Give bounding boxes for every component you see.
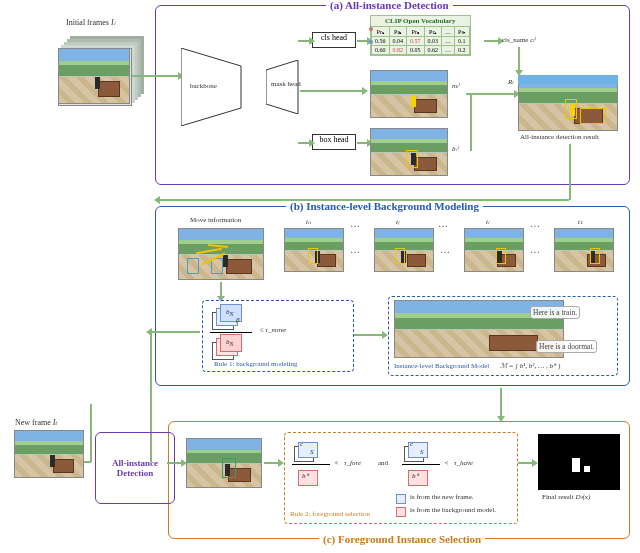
legend-box-bg [396, 507, 406, 517]
c-tau-fore: τ_fore [344, 459, 361, 467]
c-fracline-2 [402, 464, 440, 465]
arrow-rule2-to-final [518, 462, 534, 464]
arrow-aid-to-c [167, 462, 183, 464]
c-lt-2: < [444, 459, 449, 467]
figure-root: (a) All-instance Detection (b) Instance-… [0, 0, 640, 553]
vline-box-to-result-mid [470, 94, 472, 151]
b-dots-3: … [438, 218, 450, 229]
b-frame6-bbox [590, 248, 600, 264]
rule1-fracline [210, 332, 252, 333]
result-header-strip [518, 75, 618, 84]
bg-caption-doormat: Here is a doormat. [536, 340, 597, 353]
mask-output-thumb [370, 70, 448, 118]
arrow-b-down [220, 282, 222, 298]
box-output-bbox [406, 150, 418, 168]
frame-stack-front [58, 48, 130, 104]
panel-c-title: (c) Foreground Instance Selection [319, 533, 485, 545]
cls-head-block: cls head [312, 32, 356, 48]
clip-open-vocab: CLIP Open Vocabulary Pr₁Pr₂Pr₃ Pr₄…Prₙ 0… [370, 15, 471, 56]
b-frame0-bbox [308, 248, 318, 264]
arrow-b-to-left [150, 331, 200, 333]
mask-head-label: mask head [271, 80, 301, 88]
arrow-maskhead-to-maskimg [300, 90, 364, 92]
result-bbox-person [565, 99, 577, 119]
c-cube-bot1: bᵃ [294, 468, 324, 490]
bg-model-header: Instance-level Background Model [394, 362, 489, 370]
b-frame-label-0: tₙ [306, 218, 311, 226]
result-sym: Rᵢ [508, 78, 513, 86]
b-frame4-bbox [496, 248, 506, 264]
arrow-box-to-boximg [357, 142, 369, 144]
tau-move: ≤ τ_move [260, 326, 286, 334]
c-cube-top1: c S [294, 440, 324, 462]
b-dots-1: … [350, 218, 362, 229]
b-frame-label-4: tᵢ [486, 218, 489, 226]
mask-sym: mᵢˡ [452, 82, 459, 90]
final-blob-1 [572, 458, 580, 472]
final-caption: Final result Dₜ(x) [542, 493, 590, 501]
vline-a-to-b [569, 144, 571, 200]
b-frame-label-2: tⱼ [396, 218, 399, 226]
c-green-bbox [222, 458, 236, 478]
bg-caption-train: Here is a train. [530, 306, 580, 319]
vline-b-to-c-spur [90, 404, 92, 462]
result-bbox-mat [580, 108, 606, 124]
arrow-rule1-to-model [354, 334, 384, 336]
b-frame-thumb-4 [464, 228, 524, 272]
rule-1-caption: Rule 1: background modeling [214, 360, 297, 368]
c-and: and [378, 459, 388, 467]
all-instance-result-caption: All-instance detection result [520, 133, 599, 141]
final-blob-2 [584, 466, 590, 472]
b-dots-thumb-1: … [350, 244, 362, 255]
arrow-maskhead-to-box [298, 142, 311, 144]
b-frame-thumb-6 [554, 228, 614, 272]
box-head-block: box head [312, 134, 356, 150]
b-dots-thumb-3: … [440, 244, 452, 255]
c-fracline-1 [292, 464, 330, 465]
arrow-a-to-b [158, 199, 569, 201]
arrow-cls-to-clip [357, 40, 369, 42]
rule-2-caption: Rule 2: foreground selection [290, 510, 370, 518]
arrow-frames-to-backbone [132, 75, 180, 77]
move-info-label: Move information [190, 216, 241, 224]
new-frame-label: New frame Iₜ [15, 418, 57, 427]
arrow-cthumb-to-rule2 [264, 462, 280, 464]
cls-name-label: cls_name cᵢˡ [502, 36, 535, 44]
b-frame2-bbox [395, 248, 405, 264]
box-sym: bᵢˡ [452, 145, 458, 153]
panel-b-title: (b) Instance-level Background Modeling [286, 200, 483, 212]
legend-text-new: is from the new frame. [410, 493, 474, 501]
b-frame-label-6: t₁ [578, 218, 583, 226]
panel-a-title: (a) All-instance Detection [326, 0, 453, 11]
c-cube-bot2: bᵃ [404, 468, 434, 490]
legend-box-new [396, 494, 406, 504]
rule1-cube-bottom: bN [212, 336, 246, 360]
bg-model-set: ℳ = { b¹, b², … , bᵃ } [500, 362, 561, 370]
cls-dot-2 [369, 40, 373, 44]
arrow-b-to-c [500, 388, 502, 418]
arrow-clsname-down [518, 47, 520, 72]
initial-frames-label: Initial frames Iᵢ [66, 18, 115, 27]
clip-table: Pr₁Pr₂Pr₃ Pr₄…Prₙ 0.560.04 0.570.03 …0.1… [371, 26, 470, 55]
b-dots-5: … [530, 218, 542, 229]
rule1-cube-top: bN β [212, 306, 246, 330]
c-cube-top2: c S [404, 440, 434, 462]
cls-dot-1 [369, 27, 373, 31]
arrow-mask-to-result [466, 93, 516, 95]
arrow-maskhead-to-cls [298, 40, 311, 42]
legend-text-bg: is from the background model. [410, 506, 496, 514]
backbone-label: backbone [190, 82, 217, 90]
new-frame-thumb [14, 430, 84, 478]
c-tau-have: τ_have [454, 459, 473, 467]
c-lt-1: < [334, 459, 339, 467]
b-dots-thumb-5: … [530, 244, 542, 255]
arrow-clip-to-clsname [484, 40, 500, 42]
aid-reuse-block: All-instance Detection [95, 432, 175, 504]
